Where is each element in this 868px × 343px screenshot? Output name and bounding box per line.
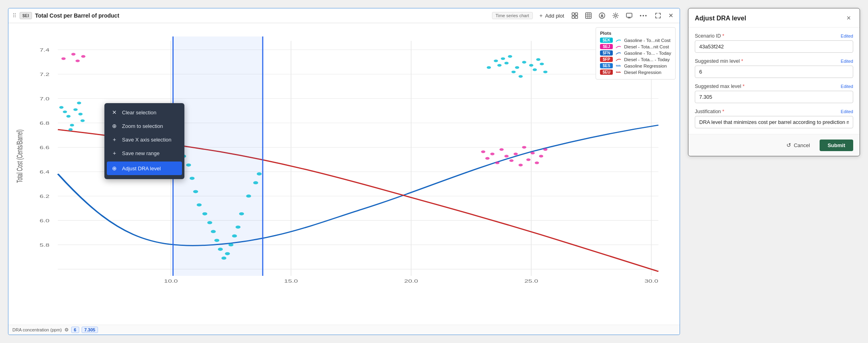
x-range-end-badge: 7.305 bbox=[82, 327, 98, 333]
x-axis-bar: DRA concentration (ppm) ⚙ 6 7.305 bbox=[8, 325, 680, 335]
svg-rect-1 bbox=[575, 13, 578, 15]
settings-icon-button[interactable] bbox=[610, 11, 621, 20]
svg-point-104 bbox=[518, 164, 523, 166]
svg-point-95 bbox=[81, 55, 86, 58]
svg-point-75 bbox=[253, 181, 258, 184]
svg-rect-0 bbox=[572, 13, 574, 15]
dra-panel-title: Adjust DRA level bbox=[695, 15, 746, 22]
adjust-dra-label: Adjust DRA level bbox=[122, 166, 161, 172]
svg-text:6.2: 6.2 bbox=[40, 194, 50, 199]
svg-point-51 bbox=[66, 115, 71, 118]
svg-point-50 bbox=[77, 102, 81, 104]
svg-point-55 bbox=[68, 128, 73, 131]
svg-point-93 bbox=[71, 53, 76, 56]
svg-point-101 bbox=[504, 155, 509, 158]
svg-point-52 bbox=[74, 108, 78, 111]
legend-badge-4: $ES bbox=[600, 63, 613, 68]
svg-point-89 bbox=[536, 58, 540, 61]
svg-text:7.2: 7.2 bbox=[40, 72, 50, 77]
legend-badge-1: $EJ bbox=[600, 44, 613, 49]
svg-text:6.6: 6.6 bbox=[40, 145, 50, 150]
svg-point-60 bbox=[190, 177, 194, 180]
svg-point-63 bbox=[202, 212, 207, 215]
svg-point-107 bbox=[530, 152, 535, 155]
legend-text-2: Gasoline - To... - Today bbox=[624, 51, 671, 56]
scenario-id-field: Scenario ID * Edited bbox=[695, 33, 853, 53]
justification-input[interactable] bbox=[695, 116, 853, 128]
context-menu-adjust-dra[interactable]: ⊕ Adjust DRA level bbox=[107, 162, 182, 175]
svg-point-11 bbox=[615, 15, 617, 17]
cancel-label: Cancel bbox=[794, 142, 810, 148]
legend-badge-3: $FP bbox=[600, 57, 613, 62]
svg-text:25.0: 25.0 bbox=[524, 279, 538, 283]
clear-label: Clear selection bbox=[122, 110, 156, 116]
svg-point-79 bbox=[497, 64, 502, 67]
more-icon-button[interactable]: ••• bbox=[638, 12, 650, 20]
svg-point-64 bbox=[207, 221, 212, 224]
svg-point-56 bbox=[78, 113, 83, 116]
legend-item-1: $EJ Diesel - Tota...nit Cost bbox=[600, 44, 671, 49]
scenario-id-required: * bbox=[721, 33, 724, 39]
suggested-min-input[interactable] bbox=[695, 66, 853, 78]
svg-text:30.0: 30.0 bbox=[644, 279, 658, 283]
close-chart-button[interactable]: ✕ bbox=[666, 11, 676, 20]
svg-point-92 bbox=[61, 57, 66, 60]
add-plot-button[interactable]: ＋ Add plot bbox=[536, 11, 567, 20]
dra-panel-header: Adjust DRA level × bbox=[688, 8, 860, 28]
svg-point-109 bbox=[539, 155, 544, 158]
zoom-label: Zoom to selection bbox=[122, 123, 163, 129]
suggested-min-label-row: Suggested min level * Edited bbox=[695, 58, 853, 64]
svg-text:6.8: 6.8 bbox=[40, 121, 50, 126]
legend-item-4: $ES Gasoline Regression bbox=[600, 63, 671, 68]
svg-point-85 bbox=[518, 75, 523, 78]
svg-point-103 bbox=[514, 153, 518, 156]
svg-text:10.0: 10.0 bbox=[164, 279, 178, 283]
download-icon-button[interactable] bbox=[597, 11, 607, 20]
svg-point-74 bbox=[246, 195, 251, 198]
context-menu-zoom[interactable]: ⊕ Zoom to selection bbox=[104, 119, 184, 133]
sei-badge: $EI bbox=[20, 12, 32, 19]
context-menu-clear[interactable]: ✕ Clear selection bbox=[104, 106, 184, 119]
legend-line-0 bbox=[615, 38, 622, 42]
svg-rect-2 bbox=[572, 16, 574, 18]
legend-item-0: $EK Gasoline - To...nit Cost bbox=[600, 38, 671, 43]
svg-point-91 bbox=[543, 71, 548, 74]
legend-line-3 bbox=[615, 58, 622, 62]
scenario-id-label: Scenario ID * bbox=[695, 33, 724, 39]
gear-icon[interactable]: ⚙ bbox=[64, 327, 69, 333]
legend-text-5: Diesel Regression bbox=[624, 70, 661, 75]
svg-point-61 bbox=[193, 190, 198, 193]
svg-text:15.0: 15.0 bbox=[284, 279, 298, 283]
suggested-max-label: Suggested max level * bbox=[695, 84, 744, 89]
svg-point-102 bbox=[509, 159, 514, 162]
chart-type-badge: Time series chart bbox=[492, 12, 533, 19]
scenario-id-input[interactable] bbox=[695, 40, 853, 53]
svg-point-90 bbox=[540, 63, 544, 66]
justification-label-row: Justification * Edited bbox=[695, 109, 853, 114]
dra-close-button[interactable]: × bbox=[844, 13, 853, 23]
chart-panel: ⠿ $EI Total Cost per Barrel of product T… bbox=[8, 8, 680, 335]
fullscreen-icon-button[interactable] bbox=[653, 11, 663, 20]
suggested-min-label: Suggested min level * bbox=[695, 58, 743, 64]
svg-point-98 bbox=[490, 153, 495, 156]
cancel-button[interactable]: ↺ Cancel bbox=[781, 139, 815, 151]
dra-panel: Adjust DRA level × Scenario ID * Edited … bbox=[688, 8, 860, 156]
justification-required: * bbox=[721, 109, 724, 114]
suggested-max-input[interactable] bbox=[695, 91, 853, 103]
submit-button[interactable]: Submit bbox=[820, 140, 853, 151]
svg-point-110 bbox=[543, 148, 548, 151]
chart-area: 7.4 7.2 7.0 6.8 6.6 6.4 6.2 6.0 5.8 Tota… bbox=[8, 23, 680, 325]
context-menu-save-range[interactable]: + Save new range bbox=[104, 146, 184, 160]
save-x-label: Save X axis selection bbox=[122, 137, 172, 143]
legend-item-5: $EU Diesel Regression bbox=[600, 70, 671, 75]
svg-point-69 bbox=[225, 252, 230, 255]
svg-point-108 bbox=[535, 162, 539, 164]
svg-point-67 bbox=[218, 248, 223, 251]
svg-point-96 bbox=[481, 150, 486, 153]
context-menu-save-x[interactable]: + Save X axis selection bbox=[104, 133, 184, 146]
display-icon-button[interactable] bbox=[624, 11, 634, 20]
grid-icon-button[interactable] bbox=[583, 11, 594, 20]
dra-panel-body: Scenario ID * Edited Suggested min level… bbox=[688, 28, 860, 134]
svg-point-76 bbox=[257, 172, 262, 175]
scatter-icon-button[interactable] bbox=[570, 11, 580, 20]
